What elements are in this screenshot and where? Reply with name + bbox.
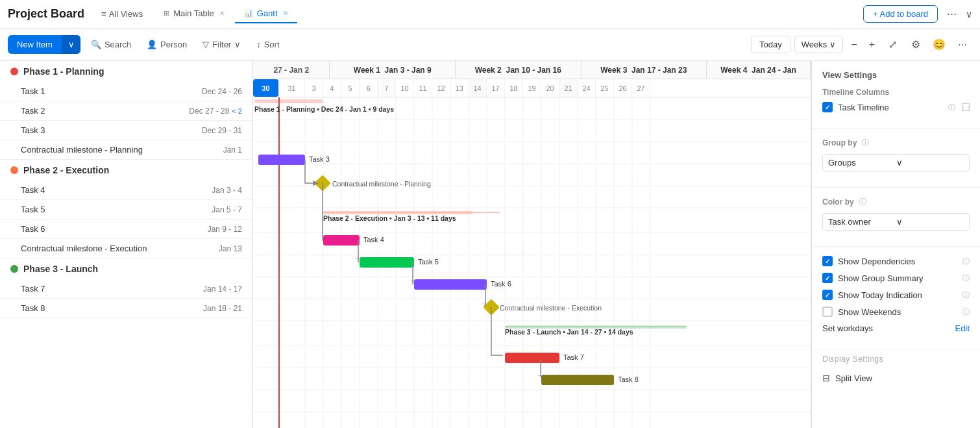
gantt-chart[interactable]: Phase 1 - Planning • Dec 24 - Jan 1 • 9 … — [253, 97, 811, 428]
phase1-summary-label: Phase 1 - Planning • Dec 24 - Jan 1 • 9 … — [254, 105, 394, 113]
split-view-row[interactable]: ⊟ Split View — [812, 366, 980, 390]
view-settings-section: View Settings Timeline Columns ✓ Task Ti… — [812, 61, 980, 129]
set-workdays-edit[interactable]: Edit — [955, 323, 970, 333]
split-view-label: Split View — [835, 373, 872, 383]
task-row[interactable]: Task 2 Dec 27 - 28 < 2 — [0, 101, 252, 121]
day-12: 12 — [432, 79, 450, 97]
add-board-button[interactable]: + Add to board — [863, 5, 938, 23]
tab-close-main[interactable]: ✕ — [219, 10, 225, 17]
show-dependencies-row: ✓ Show Dependencies ⓘ — [822, 256, 970, 266]
person-view-button[interactable]: 😊 — [929, 35, 949, 55]
weeks-button[interactable]: Weeks ∨ — [794, 36, 844, 53]
task3-bar[interactable] — [258, 155, 305, 165]
task7-label: Task 7 — [563, 353, 584, 361]
day-21: 21 — [559, 79, 578, 97]
set-workdays-label: Set workdays — [822, 323, 950, 333]
day-6: 6 — [360, 79, 378, 97]
gantt-controls: Today Weeks ∨ − + ⤢ ⚙ 😊 ··· — [751, 35, 972, 55]
gantt-days-row: 30 31 3 4 5 6 7 10 11 12 13 14 17 18 19 … — [253, 79, 811, 97]
search-button[interactable]: 🔍 Search — [86, 36, 136, 53]
task5-bar[interactable] — [360, 257, 414, 268]
show-today-row: ✓ Show Today Indication ⓘ — [822, 290, 970, 300]
phase2-header[interactable]: Phase 2 - Execution — [0, 160, 252, 181]
set-workdays-row: Set workdays Edit — [822, 323, 970, 333]
task8-label: Task 8 — [618, 375, 639, 383]
dep-arrow-2 — [322, 183, 323, 240]
day-11: 11 — [414, 79, 432, 97]
task6-bar[interactable] — [414, 279, 487, 290]
tab-gantt[interactable]: 📊 Gantt ✕ — [235, 5, 297, 23]
right-panel: View Settings Timeline Columns ✓ Task Ti… — [811, 61, 980, 428]
color-by-dropdown[interactable]: Task owner ∨ — [822, 213, 970, 231]
task8-bar[interactable] — [541, 375, 614, 385]
arrow-head-3: → — [354, 254, 361, 262]
task-row[interactable]: Task 8 Jan 18 - 21 — [0, 299, 252, 318]
show-today-info[interactable]: ⓘ — [962, 290, 970, 300]
filter-button[interactable]: ▽ Filter ∨ — [197, 36, 246, 53]
phase1-header[interactable]: Phase 1 - Planning — [0, 61, 252, 82]
day-26: 26 — [614, 79, 632, 97]
task-row[interactable]: Contractual milestone - Execution Jan 13 — [0, 239, 252, 258]
today-button[interactable]: Today — [751, 36, 790, 53]
settings-button[interactable]: ⚙ — [906, 35, 925, 55]
gantt-area[interactable]: 27 - Jan 2 Week 1 Jan 3 - Jan 9 Week 2 J… — [253, 61, 811, 428]
title-bar: Project Board ≡ All Views ⊞ Main Table ✕… — [0, 0, 980, 29]
week-label-3: Week 3 Jan 17 - Jan 23 — [582, 61, 707, 79]
task-row[interactable]: Task 3 Dec 29 - 31 — [0, 121, 252, 140]
group-by-info[interactable]: ⓘ — [862, 138, 869, 147]
weeks-chevron-icon: ∨ — [829, 40, 836, 49]
phase1-summary-bar — [254, 99, 323, 103]
task-timeline-info[interactable]: ⓘ — [948, 103, 955, 112]
tab-main-table[interactable]: ⊞ Main Table ✕ — [154, 5, 234, 23]
app-title: Project Board — [8, 7, 84, 21]
show-weekends-info[interactable]: ⓘ — [962, 307, 970, 317]
more-options-button[interactable]: ··· — [943, 5, 961, 23]
show-group-summary-info[interactable]: ⓘ — [962, 273, 970, 283]
task7-bar[interactable] — [505, 353, 559, 363]
show-group-summary-checkbox[interactable]: ✓ — [822, 273, 833, 283]
show-dependencies-checkbox[interactable]: ✓ — [822, 256, 833, 266]
task-timeline-checkbox[interactable]: ✓ — [822, 102, 833, 112]
task-row[interactable]: Task 5 Jan 5 - 7 — [0, 200, 252, 220]
task-row[interactable]: Contractual milestone - Planning Jan 1 — [0, 140, 252, 160]
new-item-button[interactable]: New Item ∨ — [8, 35, 80, 54]
show-weekends-checkbox[interactable] — [822, 307, 833, 317]
arrow-head-7: → — [536, 371, 543, 379]
tab-close-gantt[interactable]: ✕ — [283, 10, 288, 17]
show-dependencies-label: Show Dependencies — [838, 257, 957, 266]
phase3-header[interactable]: Phase 3 - Launch — [0, 258, 252, 279]
collapse-button[interactable]: ∨ — [966, 9, 972, 19]
split-view-icon: ⊟ — [822, 373, 830, 383]
task-row[interactable]: Task 7 Jan 14 - 17 — [0, 279, 252, 299]
show-today-checkbox[interactable]: ✓ — [822, 290, 833, 300]
week-label-4: Week 4 Jan 24 - Jan — [707, 61, 811, 79]
task-row[interactable]: Task 1 Dec 24 - 26 — [0, 82, 252, 101]
task4-bar[interactable] — [323, 235, 360, 245]
day-4: 4 — [323, 79, 341, 97]
color-by-info[interactable]: ⓘ — [859, 197, 866, 207]
all-views-btn[interactable]: ≡ All Views — [95, 5, 149, 23]
show-dependencies-info[interactable]: ⓘ — [962, 257, 970, 266]
filter-icon: ▽ — [202, 40, 209, 49]
color-by-label: Color by — [822, 197, 854, 207]
sort-button[interactable]: ↕ Sort — [251, 36, 284, 53]
fullscreen-button[interactable]: ⤢ — [883, 35, 902, 55]
day-27: 27 — [632, 79, 650, 97]
day-30: 30 — [253, 79, 279, 97]
group-by-dropdown[interactable]: Groups ∨ — [822, 154, 970, 171]
day-14: 14 — [469, 79, 487, 97]
new-item-dropdown-arrow[interactable]: ∨ — [62, 35, 80, 54]
task-timeline-handle[interactable]: ⋮⋮ — [962, 103, 970, 111]
zoom-out-button[interactable]: − — [847, 36, 861, 53]
task-row[interactable]: Task 6 Jan 9 - 12 — [0, 220, 252, 239]
task-row[interactable]: Task 4 Jan 3 - 4 — [0, 181, 252, 200]
phase2-dot — [10, 166, 18, 174]
person-button[interactable]: 👤 Person — [141, 36, 192, 53]
task4-label: Task 4 — [363, 236, 384, 244]
group-by-header-row: Group by ⓘ — [822, 138, 970, 147]
week-label-1: Week 1 Jan 3 - Jan 9 — [330, 61, 456, 79]
zoom-in-button[interactable]: + — [865, 36, 879, 53]
more-gantt-button[interactable]: ··· — [953, 35, 972, 55]
task-timeline-row: ✓ Task Timeline ⓘ ⋮⋮ — [822, 102, 970, 112]
task5-label: Task 5 — [418, 258, 439, 266]
